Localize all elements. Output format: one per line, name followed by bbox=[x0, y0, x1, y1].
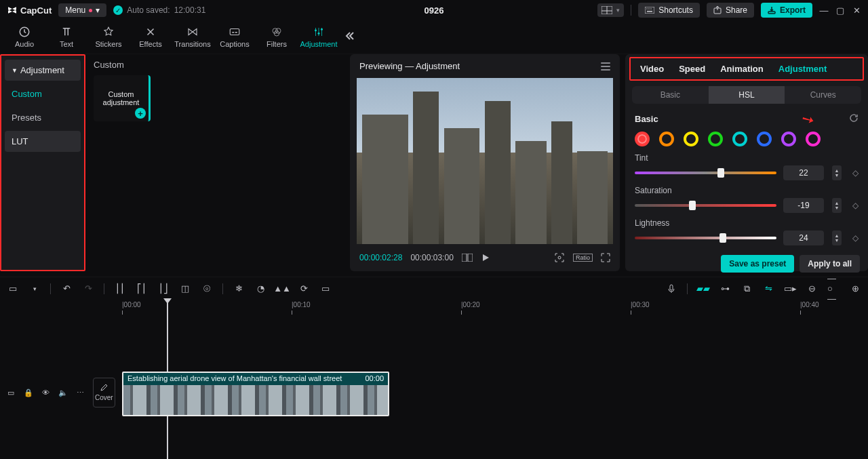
track-mute-button[interactable]: 🔈 bbox=[58, 388, 68, 397]
window-minimize-button[interactable]: — bbox=[819, 5, 829, 15]
freeze-button[interactable]: ❄ bbox=[233, 283, 245, 294]
menu-button[interactable]: Menu ▾ bbox=[58, 3, 106, 17]
subtab-curves[interactable]: Curves bbox=[785, 86, 861, 104]
lightness-value[interactable]: 24 bbox=[783, 231, 824, 245]
selection-tool-dropdown[interactable]: ▾ bbox=[28, 285, 41, 292]
aspect-button[interactable]: ▭ bbox=[319, 283, 332, 294]
tab-adjustment[interactable]: Adjustment bbox=[298, 21, 339, 54]
swatch-orange[interactable] bbox=[659, 132, 674, 146]
delete-left-button[interactable]: ⎡⎮ bbox=[136, 283, 148, 294]
swatch-cyan[interactable] bbox=[732, 132, 747, 146]
sidebar-group-adjustment[interactable]: ▼ Adjustment bbox=[5, 60, 81, 81]
shortcuts-button[interactable]: Shortcuts bbox=[638, 3, 700, 18]
lightness-slider-thumb[interactable] bbox=[719, 233, 726, 243]
track-toggle-button[interactable]: ▭ bbox=[5, 388, 16, 397]
inspector-tab-adjustment[interactable]: Adjustment bbox=[778, 64, 827, 74]
subtab-basic[interactable]: Basic bbox=[632, 86, 709, 104]
preview-render-button[interactable]: ▭▸ bbox=[784, 283, 796, 294]
crop-button[interactable]: ◫ bbox=[179, 283, 191, 294]
export-button[interactable]: Export bbox=[761, 3, 812, 18]
tab-effects[interactable]: Effects bbox=[130, 21, 171, 54]
track-lock-button[interactable]: 🔒 bbox=[23, 388, 34, 397]
window-maximize-button[interactable]: ▢ bbox=[835, 5, 845, 15]
crop-focus-button[interactable] bbox=[554, 252, 565, 263]
swatch-green[interactable] bbox=[708, 132, 723, 146]
saturation-stepper[interactable]: ▲▼ bbox=[832, 198, 842, 213]
inspector-tab-speed[interactable]: Speed bbox=[679, 64, 705, 74]
preview-viewport[interactable] bbox=[357, 78, 613, 244]
asset-custom-adjustment[interactable]: Custom adjustment + bbox=[94, 75, 151, 121]
saturation-slider[interactable] bbox=[635, 204, 776, 207]
track-visibility-button[interactable]: 👁 bbox=[40, 388, 51, 397]
compare-toggle-button[interactable] bbox=[462, 254, 473, 262]
project-title[interactable]: 0926 bbox=[425, 5, 444, 16]
share-button[interactable]: Share bbox=[707, 3, 754, 18]
tint-stepper[interactable]: ▲▼ bbox=[832, 165, 842, 180]
tab-filters[interactable]: Filters bbox=[256, 21, 297, 54]
track-more-button[interactable]: ⋯ bbox=[75, 388, 86, 397]
swatch-purple[interactable] bbox=[781, 132, 796, 146]
tab-transitions[interactable]: Transitions bbox=[172, 21, 213, 54]
layout-button[interactable]: ▾ bbox=[597, 3, 624, 17]
record-button[interactable] bbox=[665, 284, 677, 294]
window-close-button[interactable]: ✕ bbox=[852, 5, 861, 15]
delete-right-button[interactable]: ⎮⎦ bbox=[157, 283, 170, 294]
collapse-panel-button[interactable] bbox=[344, 31, 355, 43]
timeline-tracks[interactable]: Establishing aerial drone view of Manhat… bbox=[121, 315, 868, 459]
tab-text[interactable]: Text bbox=[46, 21, 87, 54]
tab-stickers[interactable]: Stickers bbox=[88, 21, 129, 54]
svg-point-4 bbox=[647, 8, 648, 9]
zoom-in-button[interactable]: ⊕ bbox=[849, 283, 861, 294]
undo-button[interactable]: ↶ bbox=[60, 283, 73, 294]
zoom-out-button[interactable]: ⊖ bbox=[806, 283, 818, 294]
snap-button[interactable]: ⇋ bbox=[762, 283, 774, 294]
mirror-button[interactable]: ▲▲ bbox=[276, 283, 288, 294]
tint-slider-thumb[interactable] bbox=[717, 168, 724, 178]
lightness-slider[interactable] bbox=[635, 237, 776, 239]
hsl-color-picker bbox=[625, 129, 868, 151]
reset-button[interactable] bbox=[849, 113, 859, 125]
link-button[interactable]: ⊶ bbox=[719, 283, 731, 294]
play-button[interactable] bbox=[481, 253, 490, 262]
split-button[interactable]: ⎮⎮ bbox=[114, 283, 126, 294]
saturation-slider-thumb[interactable] bbox=[689, 201, 696, 210]
tint-value[interactable]: 22 bbox=[783, 165, 824, 180]
redo-button[interactable]: ↷ bbox=[82, 283, 94, 294]
saturation-keyframe-button[interactable]: ◇ bbox=[848, 201, 859, 210]
sidebar-item-presets[interactable]: Presets bbox=[5, 107, 81, 128]
video-clip[interactable]: Establishing aerial drone view of Manhat… bbox=[122, 372, 389, 416]
tab-audio[interactable]: Audio bbox=[4, 21, 45, 54]
swatch-red[interactable] bbox=[635, 132, 650, 146]
inspector-tab-video[interactable]: Video bbox=[640, 64, 664, 74]
tint-slider[interactable] bbox=[635, 172, 776, 174]
reverse-button[interactable]: ⦾ bbox=[201, 283, 213, 294]
sidebar-item-custom[interactable]: Custom bbox=[5, 83, 81, 104]
share-icon bbox=[713, 6, 722, 14]
swatch-yellow[interactable] bbox=[684, 132, 698, 146]
rotate-button[interactable]: ⟳ bbox=[298, 283, 310, 294]
cover-button[interactable]: Cover bbox=[93, 378, 115, 407]
timeline-ruler[interactable]: |00:00 |00:10 |00:20 |00:30 |00:40 bbox=[0, 300, 868, 315]
sidebar-item-lut[interactable]: LUT bbox=[5, 131, 81, 152]
speed-button[interactable]: ◔ bbox=[254, 283, 267, 294]
apply-to-all-button[interactable]: Apply to all bbox=[800, 255, 860, 273]
tab-captions[interactable]: Captions bbox=[214, 21, 255, 54]
preview-menu-button[interactable] bbox=[601, 62, 610, 71]
lightness-keyframe-button[interactable]: ◇ bbox=[848, 233, 859, 243]
selection-tool[interactable]: ▭ bbox=[7, 283, 19, 294]
lightness-stepper[interactable]: ▲▼ bbox=[832, 231, 842, 245]
inspector-tab-animation[interactable]: Animation bbox=[720, 64, 764, 74]
subtab-hsl[interactable]: HSL bbox=[709, 86, 785, 104]
tint-keyframe-button[interactable]: ◇ bbox=[848, 168, 859, 178]
swatch-blue[interactable] bbox=[757, 132, 772, 146]
save-as-preset-button[interactable]: Save as preset bbox=[721, 255, 794, 273]
swatch-magenta[interactable] bbox=[806, 132, 821, 146]
magnet-button[interactable]: ▰▰ bbox=[697, 283, 709, 294]
inspector-tabs: Video Speed Animation Adjustment bbox=[629, 57, 864, 81]
fullscreen-button[interactable] bbox=[601, 253, 610, 262]
current-timecode: 00:00:02:28 bbox=[359, 253, 402, 262]
chain-button[interactable]: ⧉ bbox=[741, 283, 753, 294]
add-to-timeline-button[interactable]: + bbox=[135, 108, 146, 119]
saturation-value[interactable]: -19 bbox=[783, 198, 824, 213]
aspect-ratio-button[interactable]: Ratio bbox=[573, 254, 593, 262]
